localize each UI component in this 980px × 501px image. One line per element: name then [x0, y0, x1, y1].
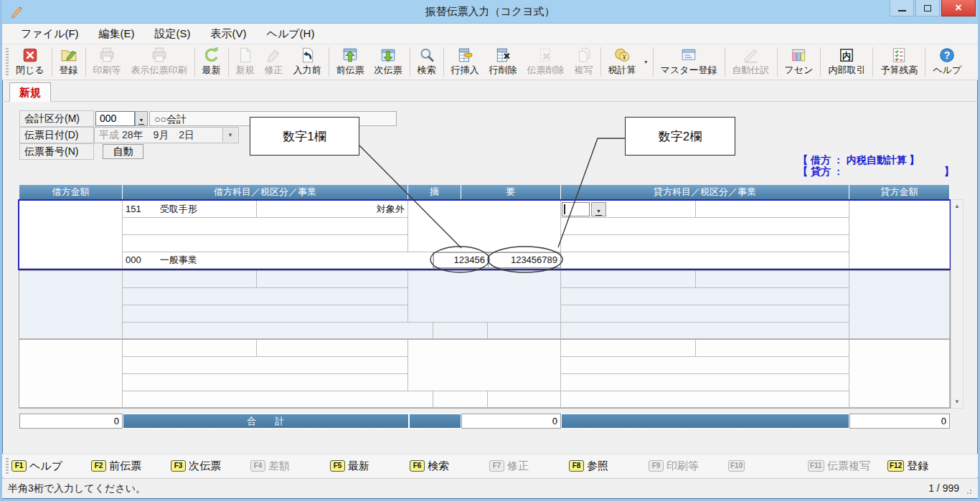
toolbar: 閉じる登録印刷等表示伝票印刷最新新規修正入力前前伝票次伝票検索行挿入行削除伝票削…	[2, 44, 978, 80]
tab-new[interactable]: 新規	[9, 82, 51, 102]
grid-cell	[849, 271, 950, 339]
header-memo-1: 摘	[408, 185, 461, 199]
slip-date-field[interactable]: 平成 28年 9月 2日 ▼	[94, 127, 239, 143]
menu-edit[interactable]: 編集(E)	[89, 24, 145, 44]
entry-block-3[interactable]	[19, 339, 951, 409]
toolbar-button-refresh[interactable]: 最新	[197, 44, 226, 80]
scroll-down-button[interactable]: ▼	[951, 396, 963, 408]
fkey-label: 次伝票	[189, 459, 221, 473]
toolbar-button-close[interactable]: 閉じる	[11, 44, 50, 80]
toolbar-separator	[777, 47, 778, 77]
toolbar-separator	[194, 47, 195, 77]
header-credit-amount: 貸方金額	[849, 185, 950, 199]
fkey-badge: F4	[250, 460, 265, 472]
tax-calc-dropdown-button[interactable]: ▼	[641, 44, 651, 80]
fkey-label: 登録	[907, 459, 928, 473]
toolbar-button-label: 伝票削除	[527, 64, 565, 77]
close-button[interactable]: ×	[941, 0, 976, 16]
grid-cell	[561, 340, 696, 357]
annotation-numeric-field1: 数字1欄	[250, 117, 359, 156]
toolbar-button-copy: 複写	[570, 44, 598, 80]
toolbar-button-search[interactable]: 検索	[413, 44, 441, 80]
toolbar-button-row-insert[interactable]: 行挿入	[446, 44, 484, 80]
fkey-f1[interactable]: F1ヘルプ	[11, 459, 91, 473]
grid-cell	[561, 357, 849, 374]
fkey-f8[interactable]: F8参照	[569, 459, 649, 473]
maximize-icon	[924, 5, 931, 11]
date-value: 28年 9月 2日	[122, 129, 194, 140]
toolbar-button-label: 複写	[575, 64, 593, 77]
fkey-f4: F4差額	[250, 459, 330, 473]
toolbar-button-modify: 修正	[260, 44, 288, 80]
tax-note-credit-open: 【 貸方 ：	[798, 166, 844, 177]
menu-file[interactable]: ファイル(F)	[11, 24, 89, 44]
menu-view[interactable]: 表示(V)	[201, 24, 257, 44]
toolbar-button-label: 印刷等	[93, 64, 121, 77]
debit-account-cell[interactable]: 151 受取手形	[126, 201, 197, 217]
toolbar-button-print: 印刷等	[88, 44, 126, 80]
numeric-field-2[interactable]: 123456789	[488, 252, 561, 268]
date-dropdown-button[interactable]: ▼	[222, 128, 237, 142]
grid-cell	[123, 305, 408, 323]
fkey-f2[interactable]: F2前伝票	[91, 459, 171, 473]
resize-grip[interactable]	[966, 487, 974, 495]
business-cell[interactable]: 000 一般事業	[126, 252, 197, 268]
toolbar-grip[interactable]	[6, 48, 9, 76]
toolbar-button-row-delete[interactable]: 行削除	[484, 44, 522, 80]
tax-note-credit-close: 】	[944, 166, 954, 177]
slip-number-label: 伝票番号(N)	[19, 143, 94, 160]
fkey-f12[interactable]: F12登録	[887, 459, 967, 473]
menu-settings[interactable]: 設定(S)	[145, 24, 201, 44]
fkey-badge: F10	[728, 460, 745, 472]
grid-cell	[257, 271, 408, 288]
toolbar-button-master-register[interactable]: マスター登録	[656, 44, 722, 80]
toolbar-separator	[443, 47, 444, 77]
toolbar-button-register[interactable]: 登録	[55, 44, 83, 80]
grid-cell	[561, 271, 696, 288]
era-text: 平成	[99, 129, 119, 140]
fkey-f3[interactable]: F3次伝票	[171, 459, 250, 473]
toolbar-button-next-slip[interactable]: 次伝票	[369, 44, 407, 80]
internal-trade-icon: 内	[838, 47, 855, 64]
toolbar-button-before-input[interactable]: 入力前	[288, 44, 326, 80]
grid-cell	[849, 340, 950, 408]
debit-tax-class-cell[interactable]: 対象外	[257, 201, 405, 217]
scroll-up-button[interactable]: ▲	[951, 200, 963, 212]
header-memo-2: 要	[461, 185, 561, 199]
toolbar-button-label: 登録	[60, 64, 78, 77]
menu-help[interactable]: ヘルプ(H)	[257, 24, 325, 44]
fnbar-grip[interactable]	[6, 458, 9, 474]
account-class-label: 会計区分(M)	[19, 110, 94, 127]
entry-block-2[interactable]	[19, 270, 951, 340]
account-class-input[interactable]: 000	[95, 111, 135, 126]
fkey-badge: F2	[91, 460, 106, 472]
numeric-field-1[interactable]: 123456	[433, 252, 489, 268]
toolbar-button-internal-trade[interactable]: 内内部取引	[823, 44, 870, 80]
total-credit-amount: 0	[849, 414, 950, 429]
vertical-scrollbar[interactable]: ▲ ▼	[951, 199, 963, 409]
fkey-badge: F11	[808, 460, 824, 472]
fkey-label: ヘルプ	[29, 459, 62, 473]
toolbar-separator	[872, 47, 873, 77]
credit-account-combo-button[interactable]: ▼	[591, 202, 606, 216]
toolbar-button-budget-balance[interactable]: 予算残高	[875, 44, 923, 80]
credit-account-input[interactable]	[562, 202, 590, 216]
maximize-button[interactable]	[915, 0, 940, 16]
toolbar-separator	[820, 47, 821, 77]
fkey-f6[interactable]: F6検索	[410, 459, 489, 473]
toolbar-button-help[interactable]: ?ヘルプ	[928, 44, 966, 80]
grid-cell	[696, 201, 849, 218]
toolbar-button-label: 次伝票	[374, 64, 402, 77]
slip-number-auto-button[interactable]: 自動	[103, 144, 143, 159]
minimize-button[interactable]	[890, 0, 914, 16]
svg-text:内: 内	[842, 51, 851, 61]
fkey-f5[interactable]: F5最新	[330, 459, 410, 473]
fkey-label: 参照	[587, 459, 608, 473]
grid-cell	[433, 391, 488, 408]
grid-cell	[123, 218, 408, 235]
toolbar-button-prev-slip[interactable]: 前伝票	[331, 44, 369, 80]
toolbar-button-tax-calc[interactable]: 税計算	[603, 44, 641, 80]
toolbar-button-fusen[interactable]: フセン	[780, 44, 819, 80]
toolbar-separator	[925, 47, 925, 77]
account-class-combo-button[interactable]: ▼	[135, 111, 148, 126]
